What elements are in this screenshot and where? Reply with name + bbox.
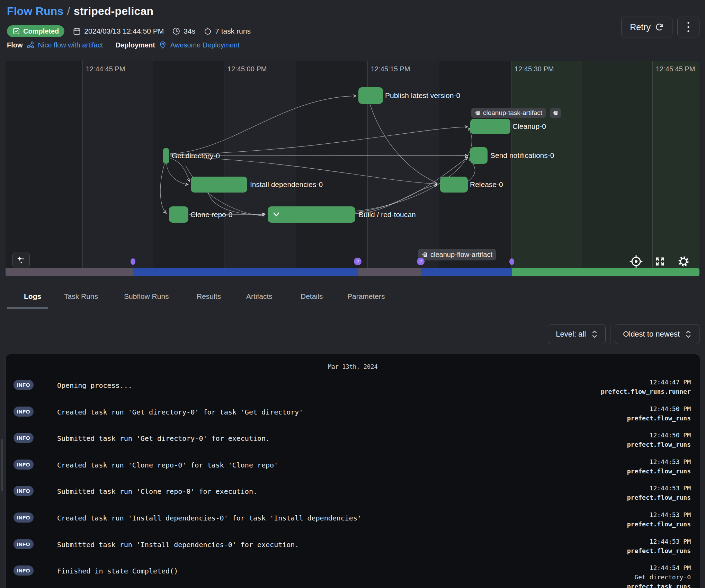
log-level-badge: INFO (14, 539, 34, 549)
clock-icon (172, 27, 180, 35)
graph-settings-gear-icon[interactable] (676, 254, 691, 269)
retry-button[interactable]: Retry (621, 17, 672, 37)
flow-icon (26, 41, 35, 49)
graph-ai-button[interactable] (12, 252, 30, 268)
artifact-marker-count[interactable]: 2 (417, 258, 425, 265)
task-node-label: Install dependencies-0 (250, 180, 323, 189)
active-tab-underline (7, 307, 48, 309)
log-row: INFO Submitted task run 'Get directory-0… (6, 433, 700, 460)
log-message: Submitted task run 'Install dependencies… (57, 541, 299, 549)
log-time: 12:44:47 PM (650, 378, 691, 386)
log-message: Submitted task run 'Clone repo-0' for ex… (57, 487, 257, 496)
log-date-divider: Mar 13th, 2024 (6, 363, 700, 370)
log-time: 12:44:50 PM (650, 431, 691, 439)
subflow-node-build[interactable] (268, 206, 355, 223)
task-node-clone-repo[interactable] (169, 206, 188, 223)
flow-label: Flow (7, 41, 23, 49)
log-logger: prefect.flow_runs (627, 467, 691, 475)
chevron-updown-icon (685, 330, 691, 339)
tab-logs[interactable]: Logs (24, 292, 41, 301)
log-message: Created task run 'Clone repo-0' for task… (57, 461, 278, 469)
breadcrumb-flow-runs-link[interactable]: Flow Runs (7, 5, 64, 17)
flow-artifact-badge[interactable]: cleanup-flow-artifact (418, 249, 496, 260)
log-level-select[interactable]: Level: all (548, 324, 606, 344)
artifact-marker-dot[interactable] (509, 258, 514, 265)
log-level-badge: INFO (14, 407, 34, 417)
log-logger: prefect.task_runs (627, 583, 691, 588)
breadcrumb-separator: / (67, 5, 70, 17)
log-level-badge: INFO (14, 513, 34, 523)
log-message: Finished in state Completed() (57, 567, 178, 575)
run-meta-row: Completed 2024/03/13 12:44:50 PM 34s (7, 25, 251, 37)
page-scrollbar[interactable] (1, 439, 3, 491)
completed-check-icon (12, 27, 20, 35)
tab-parameters[interactable]: Parameters (347, 292, 385, 301)
scrubber-segment (512, 268, 699, 276)
scrubber-segment (358, 268, 421, 276)
logs-panel[interactable]: Mar 13th, 2024 INFO Opening process... 1… (6, 354, 700, 588)
artifact-icon (422, 252, 428, 258)
log-row: INFO Created task run 'Install dependenc… (6, 513, 700, 539)
task-node-get-directory[interactable] (163, 148, 169, 164)
flow-run-graph[interactable]: 12:44:45 PM 12:45:00 PM 12:45:15 PM 12:4… (6, 61, 699, 276)
log-row: INFO Created task run 'Get directory-0' … (6, 407, 700, 433)
task-node-release[interactable] (440, 177, 468, 193)
task-runs-icon (204, 27, 212, 35)
run-duration: 34s (172, 27, 195, 35)
tab-results[interactable]: Results (197, 292, 221, 301)
status-badge: Completed (7, 25, 64, 37)
log-message: Opening process... (57, 381, 132, 390)
run-start-time: 2024/03/13 12:44:50 PM (73, 27, 164, 35)
task-node-cleanup[interactable] (470, 119, 510, 134)
task-node-publish-latest-version[interactable] (358, 87, 383, 104)
log-logger: prefect.flow_runs.runner (601, 388, 691, 395)
log-row: INFO Finished in state Completed() 12:44… (6, 565, 700, 588)
artifact-marker-dot[interactable] (131, 258, 135, 265)
artifact-icon (553, 110, 558, 116)
log-date-label: Mar 13th, 2024 (328, 363, 377, 370)
log-row: INFO Submitted task run 'Install depende… (6, 539, 700, 566)
task-node-install-dependencies[interactable] (191, 177, 247, 193)
flow-link[interactable]: Nice flow with artifact (38, 41, 103, 49)
retry-refresh-icon (655, 23, 664, 32)
log-level-badge: INFO (14, 433, 34, 443)
deployment-link[interactable]: Awesome Deployment (170, 41, 240, 49)
log-time: 12:44:53 PM (650, 538, 691, 545)
task-artifact-badge[interactable]: cleanup-task-artifact (471, 108, 546, 118)
log-logger: prefect.flow_runs (627, 494, 691, 501)
sparkles-icon (16, 255, 26, 265)
run-detail-tabs: Logs Task Runs Subflow Runs Results Arti… (6, 291, 699, 309)
dependency-edges (6, 61, 699, 276)
log-task-name: Get directory-0 (634, 573, 691, 581)
deployment-label: Deployment (115, 41, 155, 49)
log-time: 12:44:53 PM (650, 511, 691, 518)
scrubber-segment (6, 268, 133, 276)
fullscreen-icon[interactable] (652, 254, 668, 269)
log-row: INFO Opening process... 12:44:47 PM pref… (6, 380, 700, 407)
task-artifact-label: cleanup-task-artifact (483, 109, 542, 117)
task-node-label: Get directory-0 (172, 152, 220, 160)
task-artifact-extra-badge[interactable] (550, 108, 561, 118)
artifact-marker-count[interactable]: 2 (354, 258, 362, 265)
recenter-target-icon[interactable] (628, 254, 644, 269)
scrubber-segment (133, 268, 358, 276)
flow-deployment-row: Flow Nice flow with artifact Deployment … (7, 41, 240, 49)
chevron-down-icon[interactable] (272, 211, 281, 220)
tab-details[interactable]: Details (301, 292, 323, 301)
tab-task-runs[interactable]: Task Runs (64, 292, 98, 301)
more-actions-button[interactable] (677, 17, 699, 37)
task-node-label: Release-0 (470, 180, 503, 189)
kebab-menu-icon (687, 21, 690, 33)
task-run-count: 7 task runs (204, 27, 251, 35)
log-time: 12:44:53 PM (650, 458, 691, 465)
log-level-badge: INFO (14, 486, 34, 496)
tab-subflow-runs[interactable]: Subflow Runs (124, 292, 169, 301)
log-sort-select[interactable]: Oldest to newest (615, 324, 699, 344)
tabs-divider (6, 308, 699, 308)
chevron-updown-icon (591, 330, 598, 339)
timeline-scrubber[interactable] (6, 268, 699, 276)
tab-artifacts[interactable]: Artifacts (246, 292, 273, 301)
task-node-send-notifications[interactable] (470, 147, 488, 164)
task-node-label: Publish latest version-0 (385, 91, 460, 100)
log-logger: prefect.flow_runs (627, 520, 691, 528)
